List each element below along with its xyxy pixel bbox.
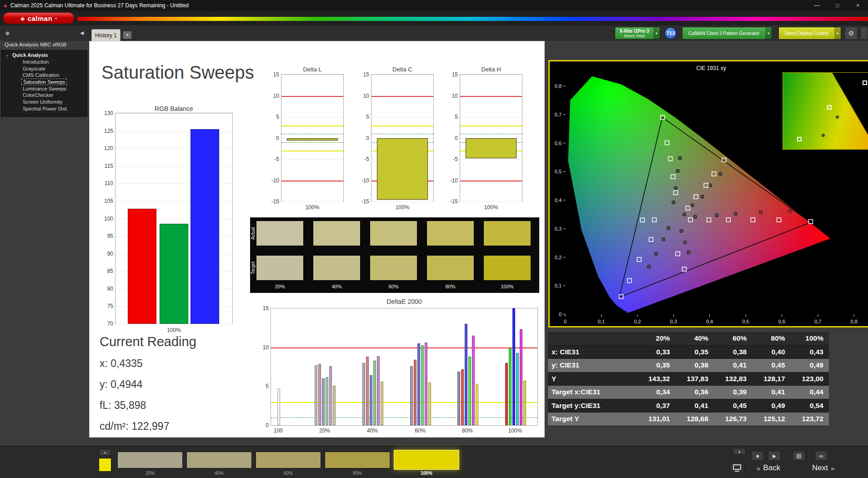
rainbow-strip xyxy=(77,17,868,21)
pattern-swatch-label: 60% xyxy=(256,471,321,476)
play-button[interactable]: ▶ xyxy=(768,451,781,461)
y-tick-label: 5 xyxy=(262,114,281,120)
skip-back-icon: « xyxy=(757,464,760,472)
meter-device-button[interactable]: X-Rite i1Pro 3 Direct View ▾ xyxy=(615,27,660,40)
link-button[interactable]: ∞ xyxy=(815,451,828,461)
pattern-generator-button[interactable]: CalMAN Client 3 Pattern Generator ▾ xyxy=(682,27,772,40)
meter-count-badge[interactable]: 713 xyxy=(665,27,677,39)
swatch-tray-eject-button[interactable]: ▲ xyxy=(99,449,111,456)
deltae-bar xyxy=(417,343,420,425)
cell-value: 0,37 xyxy=(637,402,675,410)
main-panel: Saturation Sweeps RGB Balance 1301251201… xyxy=(89,41,545,438)
controls-eject-button[interactable]: ▲ xyxy=(733,448,746,455)
deltae-bar xyxy=(373,361,376,425)
gridline xyxy=(460,75,522,75)
cell-value: 0,54 xyxy=(791,402,829,410)
next-button[interactable]: Next » xyxy=(812,463,834,473)
deltae-bar xyxy=(468,357,471,425)
cie-title: CIE 1931 xy xyxy=(550,65,868,71)
cell-value: 128,17 xyxy=(752,375,790,383)
target-square-marker xyxy=(797,137,802,141)
y-tick-label: 15 xyxy=(352,71,371,78)
cell-value: 126,73 xyxy=(714,415,752,423)
chevron-down-icon[interactable]: ▾ xyxy=(653,27,660,39)
chevron-down-icon[interactable]: ▾ xyxy=(834,27,841,39)
cie-zoom-inset xyxy=(783,72,868,150)
pattern-swatch-100[interactable] xyxy=(394,450,459,470)
tree-expander-icon[interactable]: ▾ xyxy=(6,52,8,59)
monitor-icon xyxy=(733,464,741,470)
back-button[interactable]: « Back xyxy=(757,463,780,473)
save-button[interactable]: ▤ xyxy=(793,451,805,461)
svg-text:0,1: 0,1 xyxy=(598,319,605,324)
chevron-down-icon[interactable]: ▾ xyxy=(765,27,772,39)
svg-text:0,3: 0,3 xyxy=(555,226,562,231)
cell-value: 0,45 xyxy=(714,402,752,410)
delta-h-chart: 151050-5-10-15 xyxy=(460,74,522,202)
pattern-swatch-20[interactable] xyxy=(117,452,183,468)
deltae-bar xyxy=(461,369,464,425)
y-tick-label: 0 xyxy=(352,135,371,141)
tab-history-1[interactable]: History 1 xyxy=(91,29,120,41)
edge-cut-button[interactable] xyxy=(860,27,868,40)
sidebar-item-luminance-sweeps[interactable]: Luminance Sweeps xyxy=(1,86,87,92)
sidebar-item-grayscale[interactable]: Grayscale xyxy=(1,65,87,72)
sidebar-item-label: Grayscale xyxy=(21,66,47,71)
svg-text:0,3: 0,3 xyxy=(670,319,677,324)
sidebar-item-spectral-power-dist-[interactable]: Spectral Power Dist. xyxy=(1,106,87,112)
current-color-swatch[interactable] xyxy=(99,458,111,472)
target-swatch xyxy=(370,255,417,281)
collapse-sidebar-button[interactable]: ◀ xyxy=(80,30,84,36)
settings-gear-button[interactable]: ⚙ xyxy=(845,27,858,40)
gridline xyxy=(371,201,433,202)
calman-logo-button[interactable]: ◈ calman ▾ xyxy=(3,12,75,24)
display-control-button[interactable]: Direct Display Control ▾ xyxy=(778,27,841,40)
stop-button[interactable]: ■ xyxy=(751,451,764,461)
y-tick-label: 115 xyxy=(96,163,115,169)
delta-l-chart: 151050-5-10-15 xyxy=(281,74,344,202)
pattern-swatch-60[interactable] xyxy=(256,452,321,468)
rgb-bar-red xyxy=(128,209,156,324)
stop-icon: ■ xyxy=(756,453,759,458)
sidebar-item-cms-calibration[interactable]: CMS Calibration xyxy=(1,72,87,79)
deltae-bar xyxy=(516,353,519,425)
eject-icon: ▲ xyxy=(738,450,741,453)
sidebar-item-label: Introduction xyxy=(21,59,50,65)
add-tab-button[interactable]: + xyxy=(123,31,132,39)
cell-value: 0,38 xyxy=(714,348,752,356)
y-tick-label: 0 xyxy=(262,135,281,141)
svg-text:0,2: 0,2 xyxy=(634,319,641,324)
title-bar: ◆ Calman 2025 Calman Ultimate for Busine… xyxy=(0,0,868,11)
pattern-swatch-40[interactable] xyxy=(186,452,252,468)
cell-value: 0,44 xyxy=(791,388,829,396)
y-tick-label: -15 xyxy=(262,198,281,205)
svg-text:0,2: 0,2 xyxy=(555,255,562,260)
deltae-bar xyxy=(428,382,431,425)
table-header-cell: 80% xyxy=(752,334,790,342)
pattern-swatch-80[interactable] xyxy=(325,452,390,468)
x-tick-label: 100 xyxy=(265,428,292,434)
y-tick-label: 10 xyxy=(441,93,460,99)
swatch-column-label: 100% xyxy=(483,284,531,289)
minimize-button[interactable]: — xyxy=(807,0,827,11)
target-swatch xyxy=(483,255,531,281)
close-button[interactable]: × xyxy=(848,0,868,11)
y-tick-label: -10 xyxy=(262,177,281,184)
svg-text:0,4: 0,4 xyxy=(706,319,713,324)
y-tick-label: 105 xyxy=(96,198,115,204)
row-label: y: CIE31 xyxy=(548,361,637,369)
pattern-swatch-label: 40% xyxy=(186,471,252,476)
sidebar-item-introduction[interactable]: Introduction xyxy=(1,59,87,65)
maximize-button[interactable]: □ xyxy=(827,0,848,11)
sidebar-item-screen-uniformity[interactable]: Screen Uniformity xyxy=(1,99,87,106)
monitor-button[interactable] xyxy=(729,462,745,474)
sidebar-root-quick-analysis[interactable]: ▾ Quick Analysis xyxy=(1,52,87,59)
sidebar-item-saturation-sweeps[interactable]: Saturation Sweeps xyxy=(1,79,87,86)
sidebar-item-colorchecker[interactable]: ColorChecker xyxy=(1,92,87,99)
session-dot-icon[interactable] xyxy=(5,31,10,35)
actual-swatch xyxy=(483,221,531,246)
play-icon: ▶ xyxy=(773,453,776,458)
delta-bar xyxy=(287,138,338,141)
svg-text:0,6: 0,6 xyxy=(555,141,562,146)
svg-text:0,7: 0,7 xyxy=(814,319,821,324)
